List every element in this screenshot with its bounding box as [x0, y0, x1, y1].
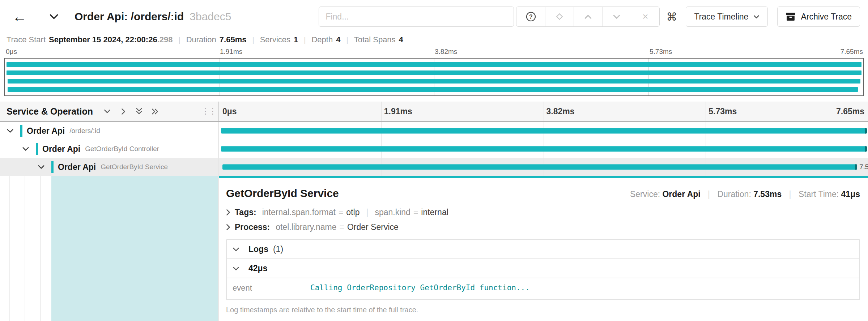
archive-icon: [786, 12, 796, 21]
match-diamond-icon[interactable]: [545, 7, 574, 26]
trace-view-dropdown[interactable]: Trace Timeline: [686, 7, 768, 27]
minimap-tick: 3.82ms: [435, 48, 457, 56]
indent-guide: [9, 176, 10, 321]
span-name-cell[interactable]: Order Api GetOrderById Controller: [0, 140, 219, 158]
top-bar: ← Order Api: /orders/:id 3badec5 ? ×: [0, 0, 868, 33]
timeline-tick: 0μs: [222, 107, 237, 116]
logs-section: Logs (1) 42μs event Calling OrderReposit…: [226, 239, 860, 300]
chevron-down-icon[interactable]: [38, 165, 45, 169]
timeline-gridline: [544, 102, 544, 121]
detail-left-gutter: [0, 176, 219, 321]
tag-key: span.kind: [375, 207, 410, 217]
timeline-tick: 1.91ms: [384, 107, 412, 116]
process-accordion[interactable]: Process: otel.library.name = Order Servi…: [226, 222, 860, 232]
detail-meta: Service: Order Api | Duration: 7.53ms | …: [630, 189, 860, 199]
services-label: Services: [260, 35, 290, 44]
trace-start-label: Trace Start: [7, 35, 46, 44]
span-row-selected[interactable]: Order Api GetOrderById Service 7.53ms: [0, 158, 868, 176]
prev-result-icon[interactable]: [574, 7, 602, 26]
services-value: 1: [294, 35, 298, 44]
trace-collapse-chevron-icon[interactable]: [49, 14, 59, 20]
timeline-tick: 5.73ms: [709, 107, 737, 116]
trace-start-value: September 15 2024, 22:00:26.298: [49, 35, 173, 44]
column-resize-handle[interactable]: ⋮⋮: [201, 107, 216, 116]
service-operation-title: Service & Operation: [7, 106, 93, 117]
log-entry-header[interactable]: 42μs: [227, 259, 859, 278]
detail-header: GetOrderById Service Service: Order Api …: [226, 187, 860, 200]
selected-span-indent-highlight: [51, 176, 218, 321]
service-name: Order Api: [27, 126, 65, 136]
collapse-all-icon[interactable]: [131, 108, 147, 115]
minimap-tick: 5.73ms: [650, 48, 672, 56]
timeline-ticks-header: 0μs 1.91ms 3.82ms 5.73ms 7.65ms: [219, 102, 868, 121]
expand-all-icon[interactable]: [147, 108, 163, 115]
span-detail-section: GetOrderById Service Service: Order Api …: [0, 176, 868, 321]
start-time-value: 41μs: [841, 189, 860, 199]
total-spans-value: 4: [399, 35, 403, 44]
timeline-tick: 7.65ms: [836, 107, 864, 116]
operation-name: GetOrderById Service: [101, 163, 168, 171]
span-duration-bar[interactable]: [221, 146, 867, 152]
span-bar-cell: 7.53ms: [219, 158, 868, 176]
chevron-down-icon: [753, 15, 760, 19]
tag-key: internal.span.format: [262, 207, 336, 217]
logs-accordion-header[interactable]: Logs (1): [227, 240, 859, 258]
span-name-cell[interactable]: Order Api GetOrderById Service: [0, 158, 219, 176]
span-bar-cell: [219, 140, 868, 158]
total-spans-label: Total Spans: [354, 35, 396, 44]
chevron-down-icon[interactable]: [22, 147, 29, 151]
collapse-one-icon[interactable]: [99, 109, 115, 114]
trace-title: Order Api: /orders/:id: [75, 10, 184, 23]
span-duration-bar[interactable]: [221, 128, 867, 134]
span-duration-bar[interactable]: [222, 164, 857, 170]
indent-guide: [25, 176, 25, 321]
logs-count: (1): [273, 244, 283, 254]
trace-view-label: Trace Timeline: [694, 12, 748, 22]
depth-value: 4: [336, 35, 340, 44]
minimap-tick-labels: 0μs 1.91ms 3.82ms 5.73ms 7.65ms: [4, 47, 864, 56]
keyboard-shortcuts-button[interactable]: ⌘: [666, 10, 677, 23]
trace-minimap[interactable]: [4, 58, 864, 96]
minimap-tick: 1.91ms: [220, 48, 242, 56]
service-value: Order Api: [662, 189, 700, 199]
span-bar-cell: [219, 122, 868, 140]
span-detail-panel: GetOrderById Service Service: Order Api …: [219, 176, 868, 321]
equals-sign: =: [339, 207, 343, 217]
span-name-cell[interactable]: Order Api /orders/:id: [0, 122, 219, 140]
next-result-icon[interactable]: [602, 7, 631, 26]
archive-trace-button[interactable]: Archive Trace: [777, 7, 860, 27]
minimap-span-bar: [8, 87, 858, 92]
span-row[interactable]: Order Api /orders/:id: [0, 122, 868, 140]
service-name: Order Api: [42, 144, 80, 154]
process-value: Order Service: [347, 222, 399, 232]
minimap-span-bar: [8, 79, 860, 84]
clear-search-icon[interactable]: ×: [631, 7, 659, 26]
back-button[interactable]: ←: [12, 9, 27, 24]
find-input[interactable]: [319, 7, 514, 27]
tags-accordion[interactable]: Tags: internal.span.format = otlp | span…: [226, 207, 860, 217]
logs-label: Logs: [248, 244, 268, 254]
indent-guide: [40, 176, 41, 321]
span-row[interactable]: Order Api GetOrderById Controller: [0, 140, 868, 158]
expand-one-icon[interactable]: [115, 108, 131, 115]
minimap-tick: 7.65ms: [841, 48, 863, 56]
chevron-down-icon[interactable]: [7, 129, 14, 133]
separator: |: [304, 36, 306, 44]
timeline-header-row: Service & Operation ⋮⋮ 0μs 1.91ms 3.82ms…: [0, 102, 868, 122]
log-field-value: Calling OrderRepository GetOrderById fun…: [310, 283, 530, 292]
separator: |: [252, 36, 254, 44]
logs-footnote: Log timestamps are relative to the start…: [226, 306, 860, 314]
span-rows: Order Api /orders/:id Order Api GetOrder…: [0, 122, 868, 176]
find-controls: ? ×: [516, 7, 660, 27]
start-time-label: Start Time:: [799, 189, 839, 199]
help-icon[interactable]: ?: [516, 7, 545, 26]
process-key: otel.library.name: [276, 222, 336, 232]
separator: |: [366, 207, 368, 217]
depth-label: Depth: [311, 35, 333, 44]
detail-span-title: GetOrderById Service: [226, 187, 339, 200]
separator: |: [708, 189, 710, 199]
process-label: Process:: [235, 222, 270, 232]
chevron-right-icon: [226, 224, 230, 231]
operation-name: /orders/:id: [69, 127, 100, 135]
archive-trace-label: Archive Trace: [801, 12, 852, 22]
